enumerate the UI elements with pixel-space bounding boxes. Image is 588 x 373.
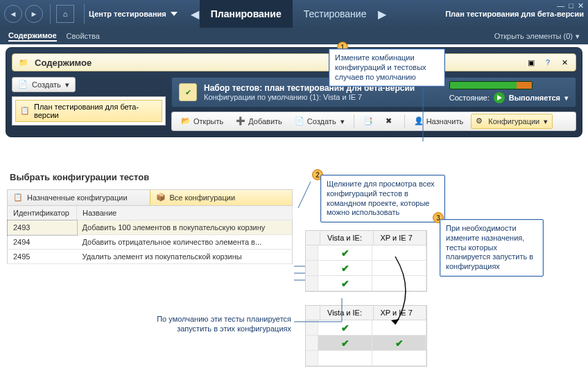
matrix-cell[interactable] xyxy=(372,261,426,276)
configurations-button[interactable]: ⚙Конфигурации▾ xyxy=(471,114,553,129)
plan-breadcrumb[interactable]: План тестирования для бета-версии xyxy=(445,10,584,18)
default-note: По умолчанию эти тесты планируется запус… xyxy=(125,315,291,334)
delete-button[interactable]: ✖ xyxy=(381,114,400,129)
assign-label: Назначить xyxy=(426,117,464,125)
col-id[interactable]: Идентификатор xyxy=(8,206,77,220)
create-label: Создать xyxy=(307,117,336,125)
cell-name: Удалить элемент из покупательской корзин… xyxy=(77,250,293,264)
matrix-col2: XP и IE 7 xyxy=(374,306,427,320)
separator xyxy=(84,4,85,24)
suite-progress xyxy=(449,81,533,89)
tab-planning[interactable]: Планирование xyxy=(200,0,293,28)
toolbar: 📂Открыть ➕Добавить 📄Создать▾ 📑 ✖ 👤Назнач… xyxy=(171,112,576,131)
matrix-cell[interactable]: ✔ xyxy=(318,276,372,291)
close-panel-icon[interactable]: ✕ xyxy=(559,57,570,68)
contents-panel: 📁 Содержимое ▣ ? ✕ 📄 Создать ▾ 📋 План те… xyxy=(6,47,582,137)
table-row[interactable]: 2493Добавить 100 элементов в покупательс… xyxy=(8,220,293,235)
maximize-button[interactable]: □ xyxy=(569,1,573,10)
main-tabs: ◀ Планирование Тестирование ▶ xyxy=(190,0,388,28)
callout-1: Измените комбинации конфигураций и тесто… xyxy=(329,49,445,87)
copy-button[interactable]: 📑 xyxy=(358,114,378,129)
matrix-cell[interactable] xyxy=(372,320,426,336)
add-button[interactable]: ➕Добавить xyxy=(231,114,287,129)
close-button[interactable]: ✕ xyxy=(578,1,584,10)
separator xyxy=(404,114,405,128)
check-icon: ✔ xyxy=(341,263,349,274)
config-label: Конфигурации xyxy=(488,117,539,125)
matrix-col1: Vista и IE: xyxy=(320,231,374,245)
table-header-row: Идентификатор Название xyxy=(8,206,293,220)
config-title: Выбрать конфигурации тестов xyxy=(10,172,293,182)
tab-scroll-left[interactable]: ◀ xyxy=(190,0,200,28)
panel-header: 📁 Содержимое ▣ ? ✕ xyxy=(12,53,576,71)
tab-testing[interactable]: Тестирование xyxy=(293,0,378,28)
assign-icon: 👤 xyxy=(414,116,424,126)
table-row[interactable]: 2494Добавить отрицательное количество эл… xyxy=(8,235,293,250)
check-icon: ✔ xyxy=(341,322,349,333)
create-button[interactable]: 📄 Создать ▾ xyxy=(12,77,76,92)
maximize-panel-icon[interactable]: ▣ xyxy=(526,57,537,68)
suite-icon: ✔ xyxy=(179,83,197,101)
delete-icon: ✖ xyxy=(386,116,395,126)
matrix-col1: Vista и IE: xyxy=(320,306,374,320)
new-icon: 📄 xyxy=(295,116,304,126)
create-button[interactable]: 📄Создать▾ xyxy=(290,114,349,129)
tree-item-plan[interactable]: 📋 План тестирования для бета-версии xyxy=(15,100,162,122)
app-title: Центр тестирования xyxy=(89,10,166,18)
chevron-down-icon: ▾ xyxy=(544,117,548,126)
matrix-cell[interactable]: ✔ xyxy=(318,336,372,351)
open-button[interactable]: 📂Открыть xyxy=(176,114,228,129)
cell-name: Добавить 100 элементов в покупательскую … xyxy=(77,220,293,235)
table-row[interactable]: 2495Удалить элемент из покупательской ко… xyxy=(8,250,293,264)
config-table: Идентификатор Название 2493Добавить 100 … xyxy=(7,206,293,264)
col-name[interactable]: Название xyxy=(77,206,293,220)
copy-icon: 📑 xyxy=(363,116,373,126)
window-controls: — □ ✕ xyxy=(557,1,584,10)
state-label: Состояние: xyxy=(449,94,490,102)
open-items-link[interactable]: Открыть элементы (0) ▾ xyxy=(494,32,580,41)
matrix-cell[interactable] xyxy=(372,351,426,366)
chevron-down-icon: ▾ xyxy=(576,32,580,41)
chevron-down-icon: ▾ xyxy=(65,80,69,89)
matrix-cell[interactable] xyxy=(372,276,426,291)
folder-icon: 📁 xyxy=(18,57,29,68)
app-title-dropdown[interactable]: Центр тестирования xyxy=(89,10,178,18)
play-icon xyxy=(494,92,505,103)
matrix-cell[interactable]: ✔ xyxy=(372,336,426,351)
tab-assigned-configs[interactable]: 📋Назначенные конфигурации xyxy=(8,190,150,205)
tree-item-label: План тестирования для бета-версии xyxy=(34,103,157,119)
create-label: Создать xyxy=(32,80,61,89)
matrix-cell[interactable]: ✔ xyxy=(318,245,372,261)
config-selection: Выбрать конфигурации тестов 📋Назначенные… xyxy=(7,168,293,264)
subtab-properties[interactable]: Свойства xyxy=(67,32,100,40)
minimize-button[interactable]: — xyxy=(557,1,564,10)
plan-tree: 📋 План тестирования для бета-версии xyxy=(12,96,166,125)
tab-all-configs[interactable]: 📦Все конфигурации xyxy=(150,190,293,205)
home-button[interactable]: ⌂ xyxy=(56,5,74,23)
forward-button[interactable]: ► xyxy=(25,5,43,23)
matrix-cell[interactable] xyxy=(372,245,426,261)
suite-subtitle: Конфигурации по умолчанию (1): Vista и I… xyxy=(204,93,415,101)
tab-assigned-label: Назначенные конфигурации xyxy=(27,193,128,202)
panel-title: Содержимое xyxy=(35,58,92,68)
tab-scroll-right[interactable]: ▶ xyxy=(377,0,387,28)
help-icon[interactable]: ? xyxy=(542,57,553,68)
subtab-contents[interactable]: Содержимое xyxy=(8,31,57,42)
open-icon: 📂 xyxy=(181,116,191,126)
assigned-icon: 📋 xyxy=(13,193,23,202)
callout-3: При необходимости измените назначения, т… xyxy=(440,219,544,277)
matrix-cell[interactable] xyxy=(318,351,372,366)
svg-marker-0 xyxy=(497,95,502,101)
all-icon: 📦 xyxy=(156,193,166,202)
matrix-cell[interactable]: ✔ xyxy=(318,261,372,276)
back-button[interactable]: ◄ xyxy=(4,5,22,23)
state-value[interactable]: Выполняется xyxy=(509,94,560,102)
matrix-cell[interactable]: ✔ xyxy=(318,320,372,336)
check-icon: ✔ xyxy=(341,278,349,289)
config-tabs: 📋Назначенные конфигурации 📦Все конфигура… xyxy=(7,189,293,206)
config-icon: ⚙ xyxy=(476,116,485,126)
callout-2: Щелкните для просмотра всех конфигураций… xyxy=(320,175,445,223)
assign-button[interactable]: 👤Назначить xyxy=(409,114,469,129)
config-matrix-default: Vista и IE:XP и IE 7 ✔ ✔ ✔ xyxy=(305,230,427,292)
check-icon: ✔ xyxy=(341,248,349,259)
